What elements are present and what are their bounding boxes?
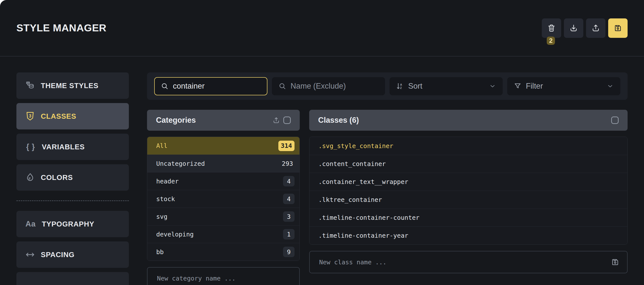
category-row-all[interactable]: All 314 [147, 137, 300, 155]
category-name: Uncategorized [156, 160, 205, 167]
save-icon[interactable] [611, 258, 620, 266]
category-count-badge: 9 [283, 247, 294, 257]
content-area: A Z Sort Filter [147, 72, 628, 285]
class-name: .timeline-container-year [318, 232, 408, 239]
class-row[interactable]: .svg_style_container [310, 137, 627, 155]
export-categories-icon[interactable] [272, 117, 280, 124]
class-row[interactable]: .lktree_container [310, 191, 627, 209]
theme-styles-icon [25, 80, 35, 91]
trash-icon [547, 24, 556, 33]
classes-title: Classes (6) [318, 116, 359, 125]
export-button[interactable] [586, 19, 606, 38]
funnel-icon [514, 82, 522, 90]
new-category-input[interactable] [156, 274, 292, 282]
filter-bar: A Z Sort Filter [147, 72, 628, 100]
search-icon [161, 82, 169, 90]
style-manager-window: STYLE MANAGER 2 [0, 0, 644, 285]
import-button[interactable] [564, 19, 583, 38]
category-row-developing[interactable]: developing 1 [147, 225, 300, 243]
category-count-badge: 4 [283, 194, 294, 204]
category-row-uncategorized[interactable]: Uncategorized 293 [147, 155, 300, 172]
category-name: header [156, 178, 178, 185]
category-row-stock[interactable]: stock 4 [147, 190, 300, 208]
chevron-down-icon [606, 82, 614, 90]
categories-header: Categories [147, 110, 300, 131]
class-row[interactable]: .content_container [310, 155, 627, 173]
sidebar-item-partial[interactable] [16, 272, 129, 285]
panels-row: Categories All [147, 110, 628, 285]
category-count-badge: 3 [283, 211, 294, 222]
category-name: stock [156, 195, 175, 203]
svg-text:3: 3 [29, 114, 31, 119]
page-title: STYLE MANAGER [16, 22, 106, 34]
sidebar-item-label: VARIABLES [42, 143, 85, 151]
typography-icon: Aa [25, 219, 36, 228]
sidebar-item-classes[interactable]: 3 CLASSES [16, 103, 129, 129]
search-field [154, 77, 268, 95]
filter-label: Filter [526, 82, 543, 91]
category-count-badge: 1 [283, 229, 294, 239]
toolbar: 2 [542, 19, 628, 38]
save-button[interactable] [608, 19, 628, 38]
categories-panel: Categories All [147, 110, 300, 285]
download-icon [569, 24, 578, 33]
categories-title: Categories [156, 116, 196, 125]
class-row[interactable]: .timeline-container-counter [310, 209, 627, 226]
sidebar-item-typography[interactable]: Aa TYPOGRAPHY [16, 211, 129, 237]
braces-icon: { } [25, 142, 36, 151]
new-category-field [147, 267, 300, 285]
new-class-input[interactable] [319, 258, 607, 266]
sidebar-item-variables[interactable]: { } VARIABLES [16, 134, 129, 160]
sidebar-item-label: TYPOGRAPHY [42, 220, 94, 228]
exclude-input[interactable] [290, 82, 378, 91]
search-icon [278, 82, 286, 90]
categories-header-actions [272, 117, 291, 124]
svg-text:Z: Z [400, 86, 402, 89]
categories-list: All 314 Uncategorized 293 header 4 sto [147, 137, 300, 261]
category-count-badge: 314 [278, 141, 294, 151]
sidebar: THEME STYLES 3 CLASSES { } VARIABLES COL… [16, 72, 129, 285]
category-name: All [156, 142, 168, 149]
class-row[interactable]: .timeline-container-year [310, 226, 627, 244]
sidebar-item-theme-styles[interactable]: THEME STYLES [16, 72, 129, 99]
search-input[interactable] [173, 82, 261, 91]
class-name: .svg_style_container [318, 142, 393, 150]
header: STYLE MANAGER 2 [0, 0, 644, 57]
sidebar-divider [16, 200, 129, 201]
classes-list: .svg_style_container .content_container … [309, 137, 628, 245]
main-area: THEME STYLES 3 CLASSES { } VARIABLES COL… [0, 57, 644, 285]
category-row-svg[interactable]: svg 3 [147, 208, 300, 225]
sidebar-item-spacing[interactable]: SPACING [16, 241, 129, 268]
class-name: .timeline-container-counter [318, 214, 420, 221]
exclude-field [272, 77, 385, 95]
classes-header: Classes (6) [309, 110, 628, 131]
sort-select[interactable]: A Z Sort [390, 77, 503, 95]
sidebar-item-label: CLASSES [41, 112, 76, 120]
category-name: bb [156, 248, 164, 256]
category-name: developing [156, 231, 194, 238]
category-row-header[interactable]: header 4 [147, 172, 300, 190]
classes-shield-icon: 3 [25, 111, 35, 121]
category-row-bb[interactable]: bb 9 [147, 243, 300, 261]
classes-header-actions [611, 117, 619, 124]
sidebar-item-colors[interactable]: COLORS [16, 164, 129, 191]
chevron-down-icon [489, 82, 496, 90]
sidebar-item-label: THEME STYLES [41, 82, 98, 90]
class-row[interactable]: .container_text__wrapper [310, 173, 627, 191]
delete-button[interactable]: 2 [542, 19, 561, 38]
select-all-categories-checkbox[interactable] [283, 117, 291, 124]
save-icon [614, 24, 622, 33]
category-name: svg [156, 213, 168, 220]
category-count-badge: 4 [283, 176, 294, 186]
select-all-classes-checkbox[interactable] [611, 117, 619, 124]
class-name: .lktree_container [318, 196, 382, 203]
sort-az-icon: A Z [396, 82, 404, 90]
new-class-field [309, 251, 628, 273]
filter-select[interactable]: Filter [507, 77, 620, 95]
delete-count-badge: 2 [547, 37, 555, 45]
spacing-arrow-icon [25, 249, 35, 260]
droplet-icon [25, 172, 35, 183]
class-name: .content_container [318, 160, 386, 167]
sidebar-item-label: SPACING [41, 251, 74, 259]
sort-label: Sort [408, 82, 422, 91]
